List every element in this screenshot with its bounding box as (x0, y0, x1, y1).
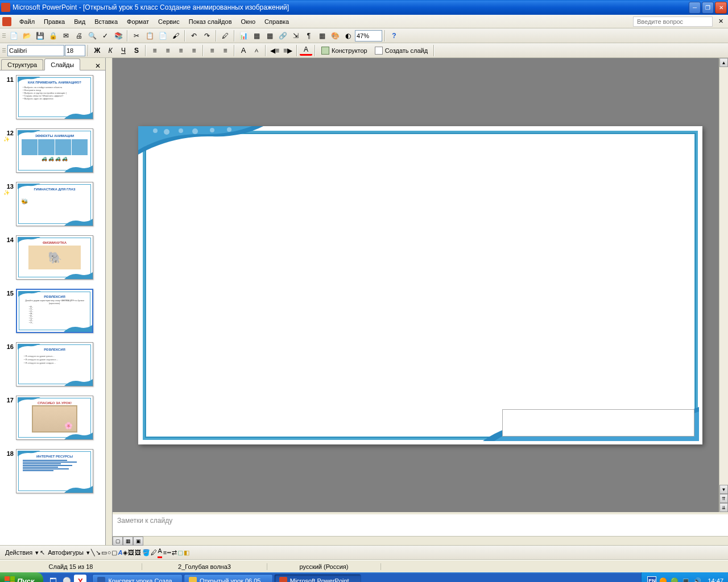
undo-icon[interactable]: ↶ (188, 30, 200, 42)
actions-menu[interactable]: Действия (3, 549, 35, 556)
slide-thumbnail[interactable]: СПАСИБО ЗА УРОК!🌸 (16, 396, 93, 440)
align-justify-icon[interactable]: ≡ (188, 44, 200, 57)
thumbnail-row[interactable]: 13✨ГИМНАСТИКА ДЛЯ ГЛАЗ🐝 (0, 180, 105, 233)
slide-thumbnail[interactable]: ЭФФЕКТЫ АНИМАЦИИ🚜 🚜 🚜 🚜 (16, 128, 93, 173)
help-question-input[interactable] (633, 16, 713, 27)
copy-icon[interactable]: 📋 (143, 30, 156, 42)
chevron-down-icon[interactable]: ▾ (35, 549, 39, 556)
help-icon[interactable]: ? (388, 30, 400, 42)
close-button[interactable]: ✕ (715, 2, 727, 14)
expand-icon[interactable]: ⇲ (289, 30, 302, 42)
arrow-icon[interactable]: ↘ (96, 549, 101, 556)
paste-icon[interactable]: 📄 (156, 30, 169, 42)
menu-tools[interactable]: Сервис (154, 16, 184, 27)
start-button[interactable]: Пуск (0, 572, 43, 582)
zoom-combo[interactable] (355, 30, 382, 41)
thumbnail-row[interactable]: 18ИНТЕРНЕТ РЕСУРСЫ (0, 447, 105, 500)
textbox-icon[interactable]: ▢ (111, 549, 117, 556)
view-normal-icon[interactable]: ▢ (113, 537, 123, 546)
font-color-icon[interactable]: A (300, 45, 312, 56)
language-indicator[interactable]: EN (647, 576, 656, 582)
slide-thumbnail[interactable]: КАК ПРИМЕНИТЬ АНИМАЦИЮ?• Выбрать на слай… (16, 75, 93, 119)
wordart-icon[interactable]: A (118, 549, 122, 556)
menu-help[interactable]: Справка (260, 16, 293, 27)
tab-slides[interactable]: Слайды (44, 59, 80, 70)
scroll-up-icon[interactable]: ▲ (719, 58, 728, 67)
slide-thumbnail[interactable]: ГИМНАСТИКА ДЛЯ ГЛАЗ🐝 (16, 182, 93, 226)
new-icon[interactable]: 📄 (7, 30, 20, 42)
thumbnail-row[interactable]: 16РЕФЛЕКСИЯ• Я сегодня на уроке узнал…• … (0, 340, 105, 393)
align-left-icon[interactable]: ≡ (148, 44, 161, 57)
menu-window[interactable]: Окно (237, 16, 260, 27)
slide-thumbnail[interactable]: РЕФЛЕКСИЯ• Я сегодня на уроке узнал…• Я … (16, 342, 93, 386)
grid-icon[interactable]: ▦ (316, 30, 328, 42)
align-center-icon[interactable]: ≡ (162, 44, 174, 57)
thumbnail-list[interactable]: 11КАК ПРИМЕНИТЬ АНИМАЦИЮ?• Выбрать на сл… (0, 70, 105, 545)
print-icon[interactable]: 🖨 (73, 30, 85, 42)
open-icon[interactable]: 📂 (20, 30, 33, 42)
slide-placeholder-box[interactable] (502, 409, 694, 436)
decrease-font-icon[interactable]: A (250, 44, 263, 57)
status-lang[interactable]: русский (Россия) (267, 563, 381, 570)
show-desktop-icon[interactable]: 🗔 (47, 575, 59, 582)
grayscale-icon[interactable]: ◐ (342, 30, 354, 42)
dash-style-icon[interactable]: ┅ (167, 549, 171, 556)
current-slide[interactable]: РЕФЛЕКСИЯ Давайте дадим характеристику с… (138, 126, 702, 444)
menu-view[interactable]: Вид (69, 16, 90, 27)
show-formatting-icon[interactable]: ¶ (303, 30, 315, 42)
mdi-close-button[interactable]: ✕ (716, 18, 726, 25)
preview-icon[interactable]: 🔍 (86, 30, 98, 42)
new-slide-button[interactable]: Создать слайд (371, 44, 431, 57)
tray-icon[interactable]: 🟢 (670, 576, 679, 582)
slide-area[interactable]: РЕФЛЕКСИЯ Давайте дадим характеристику с… (106, 58, 728, 512)
ink-icon[interactable]: 🖊 (219, 30, 231, 42)
thumbnail-row[interactable]: 14ФИЗМИНУТКА🐘 (0, 233, 105, 286)
toolbar-handle[interactable] (2, 30, 6, 41)
taskbar-clock[interactable]: 14:47 (708, 577, 723, 582)
yandex-icon[interactable]: Y (74, 575, 86, 582)
diagram-icon[interactable]: ◈ (123, 549, 127, 556)
line-color-icon[interactable]: 🖊 (151, 549, 157, 556)
decrease-indent-icon[interactable]: ◀≡ (268, 44, 281, 57)
italic-button[interactable]: К (104, 44, 117, 57)
redo-icon[interactable]: ↷ (201, 30, 213, 42)
size-combo[interactable] (65, 45, 85, 56)
line-style-icon[interactable]: ≡ (163, 549, 167, 556)
spellcheck-icon[interactable]: ✓ (99, 30, 111, 42)
tray-icon[interactable]: 💻 (681, 576, 690, 582)
slide-thumbnail[interactable]: ФИЗМИНУТКА🐘 (16, 235, 93, 280)
3d-style-icon[interactable]: ◧ (184, 549, 189, 556)
color-icon[interactable]: 🎨 (329, 30, 341, 42)
browser-icon[interactable]: ⚪ (60, 575, 73, 582)
hyperlink-icon[interactable]: 🔗 (276, 30, 289, 42)
tables-icon[interactable]: ▦ (263, 30, 276, 42)
view-sorter-icon[interactable]: ▦ (123, 537, 133, 546)
designer-button[interactable]: Конструктор (318, 44, 371, 57)
format-painter-icon[interactable]: 🖌 (169, 30, 182, 42)
thumbnail-row[interactable]: 17СПАСИБО ЗА УРОК!🌸 (0, 393, 105, 447)
restore-button[interactable]: ❐ (702, 2, 714, 14)
menu-slideshow[interactable]: Показ слайдов (184, 16, 237, 27)
save-icon[interactable]: 💾 (34, 30, 46, 42)
oval-icon[interactable]: ○ (107, 549, 111, 556)
increase-indent-icon[interactable]: ≡▶ (282, 44, 294, 57)
line-icon[interactable]: ╲ (91, 549, 95, 556)
research-icon[interactable]: 📚 (112, 30, 125, 42)
shadow-button[interactable]: S (130, 44, 143, 57)
view-slideshow-icon[interactable]: ▣ (133, 537, 143, 546)
menu-file[interactable]: Файл (15, 16, 39, 27)
prev-slide-icon[interactable]: ⇈ (719, 494, 728, 503)
taskbar-item[interactable]: Открытый урок 06.05.... (184, 574, 273, 582)
permission-icon[interactable]: 🔒 (47, 30, 59, 42)
toolbar-handle[interactable] (2, 45, 6, 56)
tab-outline[interactable]: Структура (1, 59, 43, 70)
tray-icon[interactable]: 🟠 (659, 576, 668, 582)
panel-close-icon[interactable]: ✕ (93, 62, 103, 70)
bullet-list-icon[interactable]: ≡ (219, 44, 231, 57)
tray-icon[interactable]: 🔊 (693, 576, 702, 582)
next-slide-icon[interactable]: ⇊ (719, 503, 728, 512)
rectangle-icon[interactable]: ▭ (101, 549, 107, 556)
taskbar-item[interactable]: Конспект урока Созда... (92, 574, 183, 582)
chevron-down-icon[interactable]: ▾ (86, 549, 90, 556)
app-menu-icon[interactable] (2, 17, 11, 26)
